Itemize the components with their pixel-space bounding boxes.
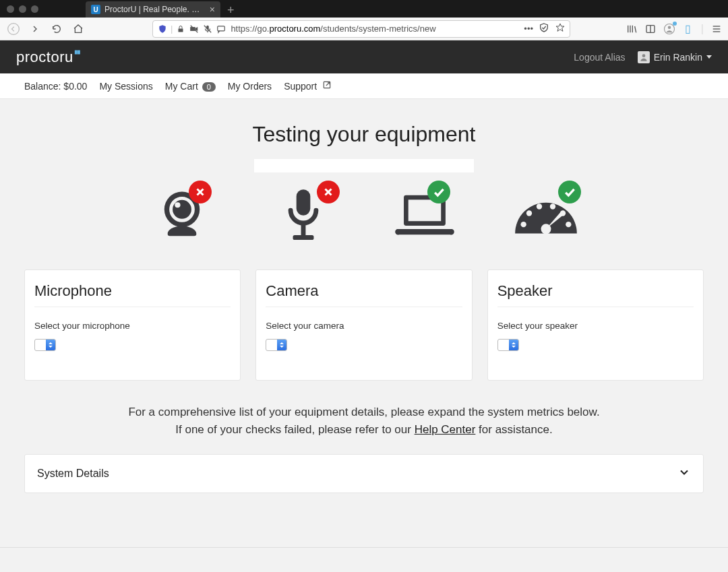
card-camera: Camera Select your camera (255, 269, 472, 381)
user-menu[interactable]: Erin Rankin (638, 51, 712, 63)
url-domain: proctoru.com (269, 24, 320, 34)
help-line-1: For a comprehensive list of your equipme… (24, 404, 704, 421)
url-bar[interactable]: | https://go.proctoru.com/students/syste… (152, 20, 570, 38)
url-prefix: https://go. (231, 24, 269, 34)
nav-cart[interactable]: My Cart 0 (165, 81, 216, 92)
status-icon-row (24, 185, 704, 245)
nav-forward-button[interactable] (27, 21, 43, 37)
card-title: Camera (266, 282, 462, 300)
window-titlebar: U ProctorU | Real People. Real Pr… × + (0, 0, 728, 18)
url-text: https://go.proctoru.com/students/system-… (231, 24, 520, 34)
browser-tab[interactable]: U ProctorU | Real People. Real Pr… × (86, 1, 220, 18)
card-microphone: Microphone Select your microphone (24, 269, 241, 381)
select-arrows-icon (46, 340, 55, 350)
select-arrows-icon (509, 340, 518, 350)
check-icon (432, 185, 446, 199)
svg-rect-7 (218, 26, 225, 30)
library-icon[interactable] (626, 23, 638, 35)
svg-point-11 (668, 26, 671, 29)
logo-text: proctor (16, 49, 65, 66)
cart-count-badge: 0 (202, 82, 216, 92)
card-title: Microphone (34, 282, 231, 300)
bookmark-star-icon[interactable] (555, 22, 566, 35)
camera-select[interactable] (266, 339, 287, 351)
help-center-link[interactable]: Help Center (415, 423, 476, 436)
x-icon (322, 186, 334, 198)
nav-support-label: Support (284, 81, 317, 92)
svg-rect-22 (293, 235, 314, 240)
x-icon (194, 186, 206, 198)
avatar-icon (638, 51, 650, 63)
svg-point-27 (537, 203, 542, 209)
profile-icon[interactable] (663, 23, 675, 35)
chat-icon[interactable] (216, 24, 226, 34)
select-arrows-icon (277, 340, 286, 350)
microphone-select[interactable] (34, 339, 56, 351)
url-path: /students/system-metrics/new (320, 24, 435, 34)
svg-point-28 (550, 203, 555, 209)
menu-icon[interactable] (710, 23, 723, 35)
main-nav: Balance: $0.00 My Sessions My Cart 0 My … (0, 73, 728, 99)
logout-link[interactable]: Logout Alias (574, 52, 625, 63)
expander-label: System Details (37, 468, 109, 480)
urlbar-left-icons: | (157, 24, 226, 34)
status-badge-fail (189, 181, 212, 203)
card-label: Select your camera (266, 321, 462, 331)
svg-point-19 (175, 202, 180, 208)
status-badge-pass (558, 181, 581, 203)
system-details-expander[interactable]: System Details (24, 454, 704, 493)
divider (497, 307, 694, 307)
username-label: Erin Rankin (654, 52, 702, 63)
page-content: Testing your equipment (0, 99, 728, 509)
status-speed (512, 185, 580, 245)
window-zoom-dot[interactable] (31, 5, 38, 13)
reader-icon[interactable] (539, 22, 549, 35)
toolbar-right-icons: ▯ | (626, 23, 723, 35)
nav-home-button[interactable] (70, 21, 86, 37)
divider (34, 307, 231, 307)
nav-back-button[interactable] (5, 21, 22, 37)
app-logo[interactable]: proctoru▝▘ (16, 49, 85, 66)
card-label: Select your microphone (34, 321, 231, 331)
more-icon[interactable]: ••• (524, 24, 533, 34)
svg-point-25 (521, 222, 526, 227)
nav-orders[interactable]: My Orders (228, 81, 272, 92)
card-speaker: Speaker Select your speaker (487, 269, 704, 381)
status-camera (148, 185, 216, 245)
footer-divider (0, 547, 728, 548)
card-title: Speaker (497, 282, 694, 300)
sidebar-icon[interactable] (644, 23, 657, 35)
card-label: Select your speaker (497, 321, 694, 331)
tab-close-icon[interactable]: × (210, 5, 215, 14)
svg-rect-20 (297, 189, 311, 216)
browser-toolbar: | https://go.proctoru.com/students/syste… (0, 18, 728, 40)
urlbar-right-icons: ••• (524, 22, 566, 35)
help-line-2b: for assistance. (475, 423, 552, 436)
page-title: Testing your equipment (24, 122, 704, 147)
window-controls (0, 5, 38, 13)
mic-blocked-icon[interactable] (202, 24, 213, 34)
help-line-2: If one of your checks failed, please ref… (24, 421, 704, 439)
help-text: For a comprehensive list of your equipme… (24, 404, 704, 438)
extension-icon[interactable]: ▯ (682, 23, 694, 35)
nav-balance: Balance: $0.00 (24, 81, 87, 92)
svg-rect-1 (179, 28, 183, 32)
camera-blocked-icon[interactable] (189, 24, 200, 34)
chevron-down-icon (677, 466, 691, 482)
shield-icon[interactable] (157, 24, 168, 34)
window-close-dot[interactable] (7, 5, 14, 13)
svg-rect-21 (301, 222, 306, 235)
status-computer (391, 185, 458, 245)
lock-icon[interactable] (175, 24, 186, 34)
status-microphone (270, 185, 337, 245)
nav-sessions[interactable]: My Sessions (99, 81, 152, 92)
nav-reload-button[interactable] (49, 21, 65, 37)
external-link-icon (322, 81, 332, 92)
svg-point-30 (566, 222, 571, 227)
svg-point-26 (526, 210, 532, 216)
nav-cart-label: My Cart (165, 81, 198, 92)
window-minimize-dot[interactable] (19, 5, 26, 13)
nav-support[interactable]: Support (284, 80, 332, 92)
new-tab-button[interactable]: + (227, 4, 235, 18)
speaker-select[interactable] (497, 339, 519, 351)
